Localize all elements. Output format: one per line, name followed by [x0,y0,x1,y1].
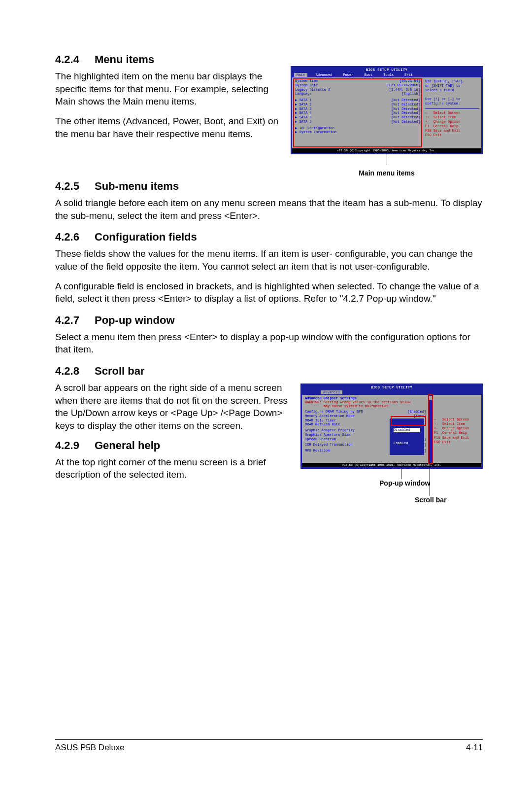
para: A solid triangle before each item on any… [55,197,483,222]
bios-menubar: Main Advanced Power Boot Tools Exit [292,72,481,77]
heading-4.2.6: 4.2.6Configuration fields [55,231,483,244]
para: A scroll bar appears on the right side o… [55,382,292,432]
heading-4.2.4: 4.2.4Menu items [55,53,282,66]
page-footer: ASUS P5B Deluxe 4-11 [55,739,483,753]
para: The other items (Advanced, Power, Boot, … [55,115,282,140]
para: These fields show the values for the men… [55,247,483,273]
para: At the top right corner of the menu scre… [55,456,292,481]
para: The highlighted item on the menu bar dis… [55,70,282,108]
para: A configurable field is enclosed in brac… [55,280,483,305]
callout-scrollbar: Scroll bar [415,496,447,504]
heading-4.2.8: 4.2.8Scroll bar [55,365,483,378]
heading-4.2.7: 4.2.7Pop-up window [55,314,483,327]
bios-screenshot-main: BIOS SETUP UTILITY Main Advanced Power B… [291,66,483,154]
para: Select a menu item then press <Enter> to… [55,331,483,356]
bios-screenshot-advanced: BIOS SETUP UTILITY Advanced Advanced Chi… [300,384,483,469]
heading-4.2.5: 4.2.5Sub-menu items [55,180,483,193]
figure-caption: Main menu items [291,169,483,177]
callout-popup: Pop-up window [379,479,430,487]
heading-4.2.9: 4.2.9General help [55,439,292,452]
